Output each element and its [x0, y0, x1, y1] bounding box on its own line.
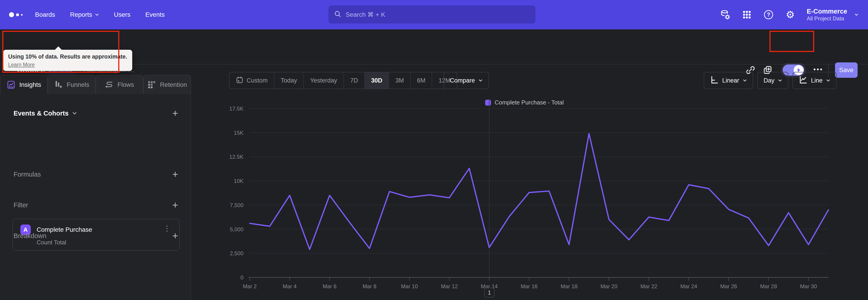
funnels-icon	[54, 80, 63, 89]
y-axis-tick-label: 10K	[234, 178, 243, 184]
nav-item-boards[interactable]: Boards	[35, 11, 55, 18]
y-axis-tick-label: 2,500	[230, 250, 243, 257]
search-input[interactable]: Search ⌘ + K	[329, 5, 535, 24]
nav-item-reports[interactable]: Reports	[70, 11, 99, 18]
search-icon	[334, 10, 342, 19]
insights-icon	[6, 80, 16, 89]
x-axis-tick-label: Mar 10	[401, 283, 418, 289]
x-axis-tick-label: Mar 20	[600, 283, 618, 289]
y-axis-tick-label: 15K	[234, 130, 243, 136]
nav-items: BoardsReportsUsersEvents	[35, 0, 165, 29]
x-axis-tick-label: Mar 2	[243, 283, 256, 289]
tab-label: Funnels	[67, 81, 89, 88]
x-axis-tick-label: Mar 12	[441, 283, 458, 289]
events-cohorts-header[interactable]: Events & Cohorts	[13, 110, 68, 117]
section-row-formulas: Formulas+	[13, 169, 178, 180]
add-filter-button[interactable]: +	[172, 200, 178, 210]
search-placeholder: Search ⌘ + K	[346, 11, 385, 18]
section-label: Formulas	[13, 171, 41, 178]
settings-gear-icon[interactable]: ⚙	[785, 9, 796, 20]
nav-item-users[interactable]: Users	[114, 11, 130, 18]
project-scope: All Project Data	[807, 16, 847, 22]
add-formulas-button[interactable]: +	[172, 169, 178, 179]
add-event-button[interactable]: +	[172, 108, 178, 118]
mixpanel-logo-icon[interactable]	[9, 0, 23, 29]
x-axis-tick-label: Mar 26	[720, 283, 737, 289]
data-management-icon[interactable]	[720, 9, 730, 20]
x-axis-tick-label: Mar 24	[680, 283, 698, 289]
section-row-filter: Filter+	[13, 200, 178, 210]
tab-label: Insights	[19, 81, 41, 88]
x-axis-tick-label: Mar 6	[322, 283, 336, 289]
chevron-down-icon[interactable]	[855, 13, 859, 17]
events-cohorts-row: Events & Cohorts +	[13, 108, 178, 118]
tab-label: Flows	[118, 81, 134, 88]
series-line-complete-purchase[interactable]	[250, 133, 829, 249]
add-breakdown-button[interactable]: +	[172, 231, 178, 241]
tab-insights[interactable]: Insights	[0, 75, 48, 94]
query-builder-sidebar: Events & Cohorts + A Complete Purchase ⋮…	[0, 94, 191, 300]
nav-item-label: Users	[114, 11, 130, 18]
x-axis-tick-label: Mar 28	[760, 283, 777, 289]
chevron-down-icon[interactable]	[72, 111, 77, 116]
flows-icon	[105, 80, 114, 89]
report-type-tabs: InsightsFunnelsFlowsRetention	[0, 75, 191, 94]
section-label: Breakdown	[13, 232, 46, 240]
x-axis-tick-label: Mar 16	[521, 283, 538, 289]
nav-right-cluster: ? ⚙ E-Commerce All Project Data	[720, 0, 859, 29]
x-axis-tick-label: Mar 8	[363, 283, 376, 289]
nav-item-label: Events	[145, 11, 165, 18]
sampling-tooltip: Using 10% of data. Results are approxima…	[3, 50, 132, 71]
tab-funnels[interactable]: Funnels	[48, 75, 95, 94]
project-name: E-Commerce	[807, 7, 847, 16]
y-axis-tick-label: 12.5K	[229, 154, 243, 160]
help-icon[interactable]: ?	[763, 9, 774, 20]
tooltip-text: Using 10% of data. Results are approxima…	[8, 53, 127, 60]
x-axis-tick-label: Mar 18	[561, 283, 578, 289]
learn-more-link[interactable]: Learn More	[8, 62, 35, 68]
project-selector[interactable]: E-Commerce All Project Data	[807, 7, 847, 22]
nav-item-events[interactable]: Events	[145, 11, 165, 18]
apps-grid-icon[interactable]	[742, 9, 752, 20]
x-axis-tick-label: Mar 22	[640, 283, 657, 289]
y-axis-tick-label: 17.5K	[229, 106, 243, 112]
nav-item-label: Reports	[70, 11, 92, 18]
section-row-breakdown: Breakdown+	[13, 231, 178, 241]
tab-retention[interactable]: Retention	[143, 75, 191, 94]
section-label: Filter	[13, 202, 28, 209]
nav-item-label: Boards	[35, 11, 55, 18]
y-axis-tick-label: 5,000	[230, 226, 243, 232]
chart-page-number[interactable]: 1	[484, 288, 495, 298]
tab-flows[interactable]: Flows	[96, 75, 143, 94]
line-chart[interactable]: 02,5005,0007,50010K12.5K15K17.5KMar 2Mar…	[191, 64, 868, 300]
x-axis-tick-label: Mar 30	[800, 283, 817, 289]
chevron-down-icon	[95, 13, 99, 17]
y-axis-tick-label: 7,500	[230, 202, 243, 208]
retention-icon	[147, 80, 156, 89]
x-axis-tick-label: Mar 4	[283, 283, 297, 289]
y-axis-tick-label: 0	[241, 274, 243, 280]
top-nav-bar: BoardsReportsUsersEvents Search ⌘ + K	[0, 0, 868, 29]
tab-label: Retention	[160, 81, 187, 88]
